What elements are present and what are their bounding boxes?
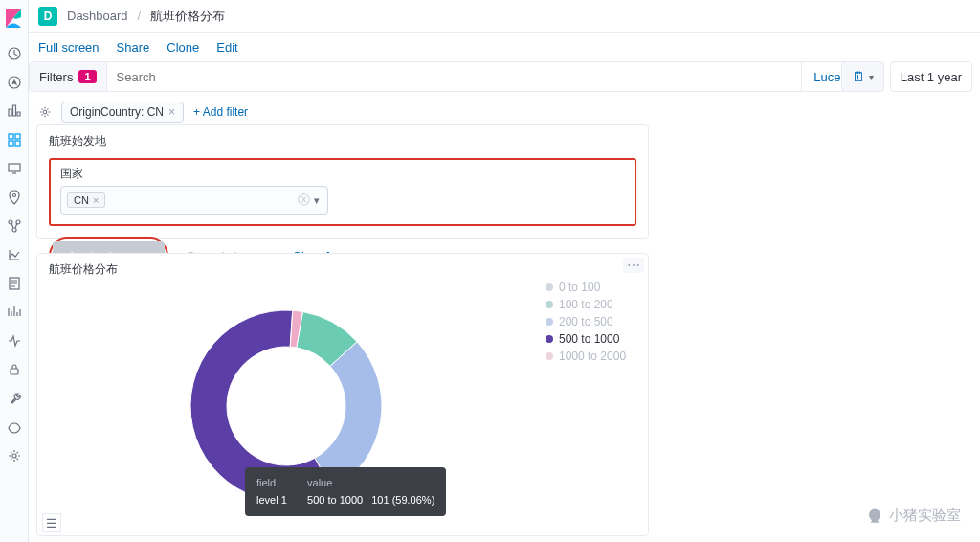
filters-button[interactable]: Filters 1 <box>30 62 107 91</box>
siem-icon[interactable] <box>7 362 22 377</box>
breadcrumb-root[interactable]: Dashboard <box>67 9 128 23</box>
breadcrumb-bar: D Dashboard / 航班价格分布 <box>29 0 980 33</box>
management-icon[interactable] <box>7 448 22 463</box>
apm-icon[interactable] <box>7 305 22 320</box>
legend-dot-icon <box>546 352 553 360</box>
discover-icon[interactable] <box>7 75 22 90</box>
legend-label: 1000 to 2000 <box>559 350 626 363</box>
country-chip-text: CN <box>74 194 89 206</box>
uptime-icon[interactable] <box>7 333 22 349</box>
controls-panel-title: 航班始发地 <box>37 125 648 153</box>
watermark: 小猪实验室 <box>866 507 961 525</box>
legend-label: 100 to 200 <box>559 298 613 311</box>
legend-label: 500 to 1000 <box>559 332 619 346</box>
kibana-logo-icon[interactable] <box>4 8 25 29</box>
tooltip-header-field: field <box>256 475 299 492</box>
dashboard-actions: Full screen Share Clone Edit <box>29 33 980 61</box>
filter-pill-text: OriginCountry: CN <box>70 105 164 119</box>
logs-icon[interactable] <box>7 276 22 291</box>
tooltip-count: 101 (59.06%) <box>371 494 434 506</box>
svg-rect-2 <box>9 134 13 139</box>
filters-label: Filters <box>39 70 73 84</box>
filter-settings-icon[interactable] <box>38 105 52 119</box>
country-label: 国家 <box>60 166 625 182</box>
list-toggle-icon[interactable]: ☰ <box>42 513 61 532</box>
breadcrumb-separator: / <box>138 9 142 23</box>
legend-item[interactable]: 0 to 100 <box>546 281 626 294</box>
dashboard-badge-icon: D <box>38 7 57 26</box>
legend-dot-icon <box>546 283 553 291</box>
clone-link[interactable]: Clone <box>167 40 199 55</box>
legend-dot-icon <box>546 301 553 308</box>
calendar-icon: 🗓 <box>852 69 865 84</box>
svg-rect-3 <box>15 134 20 139</box>
close-icon[interactable]: × <box>93 194 99 206</box>
dashboard-icon[interactable] <box>7 132 22 147</box>
date-range-button[interactable]: Last 1 year <box>890 61 972 92</box>
monitoring-icon[interactable] <box>7 419 22 435</box>
share-link[interactable]: Share <box>117 40 150 55</box>
svg-rect-5 <box>15 141 20 146</box>
svg-rect-12 <box>11 369 18 374</box>
legend-item[interactable]: 500 to 1000 <box>546 332 626 346</box>
legend-label: 200 to 500 <box>559 315 613 328</box>
time-picker: 🗓 ▾ Last 1 year <box>841 61 972 92</box>
panel-options-icon[interactable]: ⋯ <box>623 258 644 273</box>
controls-panel: 航班始发地 国家 CN × ⓧ ▾ Apply changes Cancel c… <box>36 124 649 239</box>
close-icon[interactable]: × <box>168 105 175 119</box>
clear-icon[interactable]: ⓧ <box>298 192 310 209</box>
legend-item[interactable]: 1000 to 2000 <box>546 350 626 363</box>
metrics-icon[interactable] <box>7 247 22 262</box>
svg-point-14 <box>43 110 47 114</box>
filter-pill-row: OriginCountry: CN × + Add filter <box>29 96 972 128</box>
legend-dot-icon <box>546 318 553 326</box>
svg-point-13 <box>12 454 16 458</box>
edit-link[interactable]: Edit <box>216 40 237 55</box>
legend-item[interactable]: 200 to 500 <box>546 315 626 328</box>
filters-count-badge: 1 <box>78 70 96 83</box>
search-input[interactable] <box>107 62 802 91</box>
country-chip[interactable]: CN × <box>67 192 105 208</box>
country-control-highlight: 国家 CN × ⓧ ▾ <box>49 158 636 226</box>
legend-item[interactable]: 100 to 200 <box>546 298 626 311</box>
chevron-down-icon: ▾ <box>869 72 874 82</box>
country-combobox[interactable]: CN × ⓧ ▾ <box>60 186 328 215</box>
filter-pill[interactable]: OriginCountry: CN × <box>61 102 184 123</box>
canvas-icon[interactable] <box>7 161 22 176</box>
add-filter-button[interactable]: + Add filter <box>193 105 248 119</box>
tooltip-header-value: value <box>307 475 332 492</box>
svg-point-7 <box>12 194 15 197</box>
ml-icon[interactable] <box>7 218 22 234</box>
svg-rect-4 <box>9 141 13 146</box>
calendar-button[interactable]: 🗓 ▾ <box>841 61 884 92</box>
app-sidebar <box>0 0 29 542</box>
svg-rect-6 <box>9 164 20 171</box>
dev-icon[interactable] <box>7 391 22 406</box>
chart-legend: 0 to 100100 to 200200 to 500500 to 10001… <box>546 281 626 367</box>
tooltip-bucket: 500 to 1000 <box>307 494 363 506</box>
legend-label: 0 to 100 <box>559 281 600 294</box>
visualize-icon[interactable] <box>7 103 22 119</box>
maps-icon[interactable] <box>7 190 22 205</box>
query-bar: Filters 1 Lucene <box>29 61 867 92</box>
breadcrumb-current: 航班价格分布 <box>150 8 225 25</box>
fullscreen-link[interactable]: Full screen <box>38 40 100 55</box>
chart-tooltip: field value level 1 500 to 1000 101 (59.… <box>245 467 446 516</box>
price-panel-title: 航班价格分布 <box>37 254 648 282</box>
legend-dot-icon <box>546 335 553 343</box>
recent-icon[interactable] <box>7 46 22 61</box>
watermark-text: 小猪实验室 <box>889 507 961 525</box>
svg-point-10 <box>12 228 16 232</box>
chevron-down-icon[interactable]: ▾ <box>314 194 320 207</box>
tooltip-field: level 1 <box>256 492 299 509</box>
